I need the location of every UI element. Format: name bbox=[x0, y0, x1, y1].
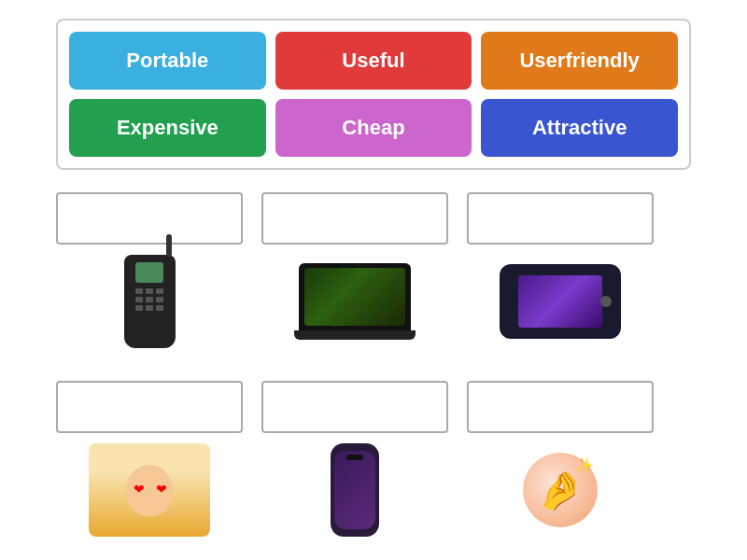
drop-zone-iphone[interactable] bbox=[261, 381, 448, 433]
key bbox=[156, 288, 163, 294]
antenna bbox=[166, 234, 172, 257]
drop-grid: ❤ ❤ ✨ bbox=[56, 192, 691, 541]
key bbox=[146, 297, 153, 302]
snap-icon: ✨ bbox=[514, 443, 607, 537]
word-btn-userfriendly[interactable]: Userfriendly bbox=[481, 32, 678, 90]
snap-circle: ✨ bbox=[523, 453, 598, 527]
laptop-display bbox=[304, 268, 405, 326]
drop-item-iphone bbox=[261, 381, 448, 541]
key bbox=[156, 305, 163, 311]
key bbox=[135, 297, 143, 302]
girl-icon: ❤ ❤ bbox=[89, 443, 210, 537]
dynamic-island bbox=[346, 455, 363, 460]
img-laptop bbox=[261, 250, 448, 353]
iphone-screen bbox=[334, 451, 375, 529]
laptop-lid bbox=[299, 263, 411, 330]
drop-zone-snap[interactable] bbox=[467, 381, 654, 433]
eye-heart-right: ❤ bbox=[156, 482, 167, 497]
word-btn-portable[interactable]: Portable bbox=[69, 32, 266, 90]
word-btn-useful[interactable]: Useful bbox=[275, 32, 472, 90]
phone-keypad bbox=[135, 288, 163, 311]
drop-item-old-phone bbox=[56, 192, 243, 353]
psp-button bbox=[600, 296, 612, 307]
eye-heart-left: ❤ bbox=[134, 482, 145, 497]
drop-zone-old-phone[interactable] bbox=[56, 192, 243, 245]
drop-item-laptop bbox=[261, 192, 448, 353]
drop-zone-psp[interactable] bbox=[467, 192, 654, 245]
key bbox=[146, 305, 153, 311]
word-btn-attractive[interactable]: Attractive bbox=[481, 99, 678, 157]
key bbox=[146, 288, 153, 294]
key bbox=[156, 297, 163, 302]
drop-zone-laptop[interactable] bbox=[261, 192, 448, 245]
word-bank: Portable Useful Userfriendly Expensive C… bbox=[56, 19, 691, 170]
sparkle-icon: ✨ bbox=[575, 456, 594, 474]
img-girl: ❤ ❤ bbox=[56, 439, 243, 541]
laptop-base bbox=[294, 330, 416, 340]
word-btn-expensive[interactable]: Expensive bbox=[69, 99, 266, 157]
drop-item-girl: ❤ ❤ bbox=[56, 381, 243, 541]
img-iphone bbox=[261, 439, 448, 541]
img-snap: ✨ bbox=[467, 439, 654, 541]
key bbox=[135, 305, 143, 311]
iphone-icon bbox=[331, 443, 379, 537]
girl-face: ❤ ❤ bbox=[126, 465, 173, 516]
psp-icon bbox=[500, 264, 621, 339]
old-phone-icon bbox=[124, 255, 176, 348]
img-old-phone bbox=[56, 250, 243, 353]
drop-item-psp bbox=[467, 192, 654, 353]
img-psp bbox=[467, 250, 654, 353]
laptop-icon bbox=[294, 263, 416, 340]
word-btn-cheap[interactable]: Cheap bbox=[275, 99, 472, 157]
psp-screen bbox=[518, 275, 602, 328]
drop-zone-girl[interactable] bbox=[56, 381, 243, 433]
key bbox=[135, 288, 143, 294]
drop-item-snap: ✨ bbox=[467, 381, 654, 541]
phone-screen bbox=[135, 262, 163, 283]
